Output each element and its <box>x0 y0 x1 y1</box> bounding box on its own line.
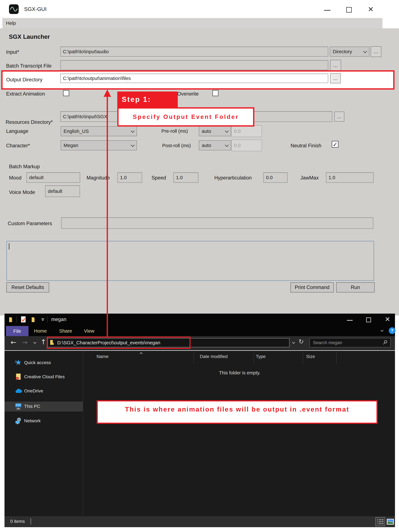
column-date-modified[interactable]: Date modified <box>200 354 228 359</box>
input-type-select[interactable]: Directory <box>330 47 369 57</box>
run-button[interactable]: Run <box>336 282 374 292</box>
hyperarticulation-value: 0.0 <box>266 175 273 180</box>
jawmax-field[interactable]: 1.0 <box>326 172 373 183</box>
overwrite-checkbox[interactable] <box>212 90 219 96</box>
batch-browse-button[interactable]: ... <box>330 60 341 71</box>
magnitude-value: 1.0 <box>120 175 127 180</box>
text-caret <box>9 243 9 249</box>
column-divider[interactable] <box>254 352 254 364</box>
custom-parameters-label: Custom Parameters <box>8 221 52 227</box>
sidebar-item-this-pc[interactable]: This PC <box>5 403 83 410</box>
preroll-value: 0.0 <box>234 128 241 134</box>
column-type[interactable]: Type <box>256 354 266 359</box>
tab-home[interactable]: Home <box>34 328 47 334</box>
preroll-mode-select[interactable]: auto <box>199 126 231 136</box>
back-icon[interactable]: ← <box>11 338 16 346</box>
magnitude-field[interactable]: 1.0 <box>117 172 142 183</box>
character-select[interactable]: Megan <box>61 140 137 150</box>
launcher-maximize-button[interactable] <box>346 7 352 13</box>
properties-icon[interactable] <box>21 316 26 323</box>
sidebar-item-quick-access[interactable]: Quick access <box>5 359 83 366</box>
preroll-label: Pre-roll (ms) <box>161 128 188 134</box>
annotation-arrow-head <box>104 89 111 97</box>
menu-bar: Help <box>2 18 382 28</box>
speed-value: 1.0 <box>176 175 183 180</box>
this-pc-icon <box>15 403 22 411</box>
language-label: Language <box>6 128 28 134</box>
details-view-button[interactable] <box>375 517 385 526</box>
log-output-area[interactable] <box>6 241 374 281</box>
sidebar-label: Creative Cloud Files <box>24 374 65 379</box>
preroll-value-field[interactable]: 0.0 <box>231 126 262 137</box>
empty-folder-text: This folder is empty. <box>219 370 260 375</box>
qat-customize-icon[interactable] <box>41 318 45 322</box>
mood-field[interactable]: default <box>26 172 80 183</box>
tab-share[interactable]: Share <box>59 328 72 334</box>
input-label: Input* <box>6 49 19 55</box>
explorer-minimize-button[interactable] <box>347 320 353 321</box>
thumbnail-view-button[interactable] <box>386 518 394 526</box>
menu-help[interactable]: Help <box>6 20 16 26</box>
print-command-button[interactable]: Print Command <box>290 282 334 292</box>
postroll-mode-select[interactable]: auto <box>199 140 231 150</box>
reset-defaults-button[interactable]: Reset Defaults <box>6 282 49 292</box>
column-size[interactable]: Size <box>306 354 315 359</box>
sidebar-item-network[interactable]: Network <box>5 417 83 424</box>
speed-label: Speed <box>152 175 166 181</box>
explorer-close-button[interactable]: ✕ <box>385 316 390 323</box>
input-field[interactable]: C:\path\to\input\audio <box>60 47 328 57</box>
network-icon <box>15 417 22 425</box>
extract-animation-checkbox[interactable] <box>63 90 69 96</box>
launcher-close-button[interactable]: ✕ <box>368 5 374 13</box>
output-browse-button[interactable]: ... <box>330 73 341 83</box>
sidebar-label: OneDrive <box>24 388 43 393</box>
output-value: C:\path\to\output\animation\files <box>63 76 131 81</box>
sidebar-item-creative-cloud[interactable]: ∞ Creative Cloud Files <box>5 373 83 380</box>
sidebar-label: This PC <box>24 404 40 409</box>
pane-divider[interactable] <box>83 351 83 516</box>
speed-field[interactable]: 1.0 <box>174 172 198 183</box>
output-field[interactable]: C:\path\to\output\animation\files <box>60 74 328 83</box>
postroll-mode-value: auto <box>202 143 211 148</box>
search-box[interactable]: Search megan <box>309 338 391 347</box>
onedrive-icon <box>14 388 22 395</box>
folder-icon[interactable] <box>31 317 37 323</box>
magnitude-label: Magnitude <box>87 175 110 181</box>
folder-icon[interactable] <box>9 317 15 323</box>
resources-value: C:\path\to\input\SGX <box>63 114 107 119</box>
neutral-finish-checkbox[interactable]: ✓ <box>332 141 339 148</box>
forward-icon[interactable]: → <box>22 338 27 346</box>
column-divider[interactable] <box>303 352 303 364</box>
launcher-minimize-button[interactable] <box>324 10 330 11</box>
up-icon[interactable]: ↑ <box>40 338 46 346</box>
ribbon-collapse-icon[interactable] <box>380 329 383 332</box>
language-value: English_US <box>64 128 89 134</box>
explorer-maximize-button[interactable] <box>366 317 371 322</box>
separator <box>16 316 17 323</box>
column-name[interactable]: Name <box>97 354 109 359</box>
batch-markup-heading: Batch Markup <box>9 164 40 170</box>
sidebar-item-onedrive[interactable]: OneDrive <box>5 387 83 394</box>
tab-view[interactable]: View <box>84 328 94 334</box>
postroll-value-field[interactable]: 0.0 <box>231 139 262 151</box>
voice-mode-field[interactable]: default <box>45 185 80 197</box>
input-browse-button[interactable]: ... <box>371 46 381 57</box>
preroll-mode-value: auto <box>202 128 211 134</box>
voice-mode-value: default <box>48 189 62 194</box>
language-select[interactable]: English_US <box>61 126 137 136</box>
input-value: C:\path\to\input\audio <box>63 49 109 54</box>
status-separator <box>31 518 31 525</box>
custom-parameters-field[interactable] <box>61 217 373 229</box>
recent-locations-icon[interactable] <box>33 341 36 344</box>
help-icon[interactable]: ? <box>389 327 395 334</box>
column-divider[interactable] <box>193 352 194 364</box>
refresh-icon[interactable]: ↻ <box>299 338 304 345</box>
column-divider[interactable] <box>336 352 337 364</box>
launcher-titlebar: SGX-GUI ✕ <box>0 0 399 18</box>
tab-file[interactable]: File <box>6 326 28 336</box>
hyperarticulation-field[interactable]: 0.0 <box>263 172 288 183</box>
resources-browse-button[interactable]: ... <box>334 112 344 122</box>
address-dropdown-icon[interactable] <box>292 341 295 344</box>
batch-transcript-field[interactable] <box>60 60 328 70</box>
sidebar-label: Quick access <box>24 360 51 365</box>
